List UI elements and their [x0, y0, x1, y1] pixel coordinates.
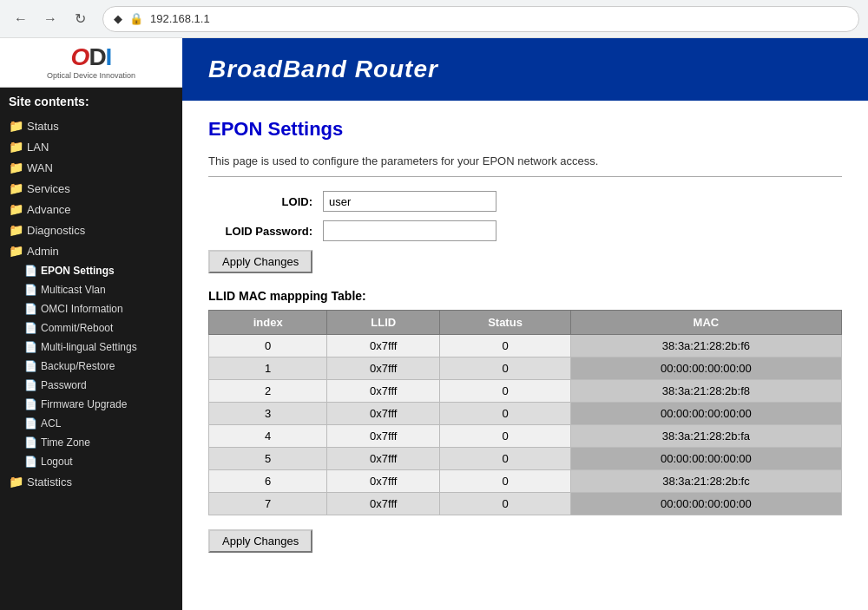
table-section-title: LLID MAC mappping Table:: [208, 289, 842, 303]
shield-icon: ◆: [114, 12, 122, 25]
sidebar-item-logout[interactable]: 📄 Logout: [0, 452, 182, 471]
sidebar-item-multicast-vlan[interactable]: 📄 Multicast Vlan: [0, 280, 182, 299]
sidebar-label-wan: WAN: [27, 161, 53, 174]
lock-icon: 🔒: [129, 12, 143, 25]
cell-llid: 0x7fff: [327, 493, 440, 515]
sidebar-item-firmware[interactable]: 📄 Firmware Upgrade: [0, 395, 182, 414]
cell-llid: 0x7fff: [327, 380, 440, 403]
sidebar-label-omci: OMCI Information: [41, 303, 123, 315]
sidebar-label-services: Services: [27, 182, 70, 195]
mac-table: index LLID Status MAC 0 0x7fff 0 38:3a:2…: [208, 310, 842, 515]
cell-index: 1: [209, 357, 327, 380]
logo-subtitle: Optical Device Innovation: [47, 71, 135, 80]
page-title: EPON Settings: [208, 118, 842, 141]
cell-mac: 38:3a:21:28:2b:f6: [570, 335, 841, 357]
cell-index: 7: [209, 493, 327, 515]
divider: [208, 176, 842, 177]
sidebar-label-cr: Commit/Reboot: [41, 322, 113, 334]
content-area: BroadBand Router EPON Settings This page…: [182, 38, 868, 610]
file-icon-cr: 📄: [24, 322, 37, 334]
address-bar[interactable]: ◆ 🔒 192.168.1.1: [102, 6, 859, 32]
col-header-status: Status: [440, 311, 571, 335]
loid-password-label: LOID Password:: [208, 225, 312, 238]
sidebar-item-password[interactable]: 📄 Password: [0, 376, 182, 395]
file-icon-omci: 📄: [24, 303, 37, 315]
cell-mac: 00:00:00:00:00:00: [570, 493, 841, 515]
loid-password-input[interactable]: [323, 220, 496, 241]
loid-input[interactable]: [323, 191, 496, 212]
sidebar-item-status[interactable]: 📁 Status: [0, 115, 182, 136]
cell-mac: 00:00:00:00:00:00: [570, 448, 841, 470]
col-header-llid: LLID: [327, 311, 440, 335]
cell-index: 2: [209, 380, 327, 403]
col-header-index: index: [209, 311, 327, 335]
page-content: EPON Settings This page is used to confi…: [182, 101, 868, 610]
sidebar-label-mv: Multicast Vlan: [41, 284, 106, 296]
sidebar-item-wan[interactable]: 📁 WAN: [0, 157, 182, 178]
loid-row: LOID:: [208, 191, 842, 212]
sidebar-item-timezone[interactable]: 📄 Time Zone: [0, 433, 182, 452]
file-icon-epon: 📄: [24, 265, 37, 277]
table-row: 6 0x7fff 0 38:3a:21:28:2b:fc: [209, 470, 842, 493]
sidebar-label-statistics: Statistics: [27, 476, 72, 489]
sidebar-item-acl[interactable]: 📄 ACL: [0, 414, 182, 433]
logo-area: ODI Optical Device Innovation: [0, 38, 182, 88]
cell-status: 0: [440, 403, 571, 425]
sidebar-item-omci[interactable]: 📄 OMCI Information: [0, 299, 182, 318]
folder-icon: 📁: [9, 119, 23, 133]
back-button[interactable]: ←: [9, 7, 33, 31]
folder-icon: 📁: [9, 202, 23, 216]
table-row: 0 0x7fff 0 38:3a:21:28:2b:f6: [209, 335, 842, 357]
file-icon-acl: 📄: [24, 417, 37, 430]
logo-d: D: [89, 43, 105, 70]
folder-icon-stats: 📁: [9, 475, 23, 489]
sidebar-item-statistics[interactable]: 📁 Statistics: [0, 471, 182, 492]
sidebar-label-admin: Admin: [27, 245, 59, 258]
table-row: 1 0x7fff 0 00:00:00:00:00:00: [209, 357, 842, 380]
sidebar-item-services[interactable]: 📁 Services: [0, 178, 182, 199]
sidebar-item-backup-restore[interactable]: 📄 Backup/Restore: [0, 357, 182, 376]
sidebar-label-ml: Multi-lingual Settings: [41, 341, 137, 353]
sidebar-label-fw: Firmware Upgrade: [41, 398, 127, 410]
loid-label: LOID:: [208, 195, 312, 208]
forward-button[interactable]: →: [38, 7, 62, 31]
url-text: 192.168.1.1: [150, 12, 210, 25]
sidebar-item-commit-reboot[interactable]: 📄 Commit/Reboot: [0, 318, 182, 338]
sidebar-label-acl: ACL: [41, 417, 61, 430]
apply-changes-button-1[interactable]: Apply Changes: [208, 250, 312, 273]
sidebar-item-diagnostics[interactable]: 📁 Diagnostics: [0, 220, 182, 240]
cell-status: 0: [440, 357, 571, 380]
browser-chrome: ← → ↻ ◆ 🔒 192.168.1.1: [0, 0, 868, 38]
file-icon-tz: 📄: [24, 436, 37, 449]
folder-icon: 📁: [9, 181, 23, 195]
sidebar-item-admin[interactable]: 📁 Admin: [0, 240, 182, 261]
apply-changes-button-2[interactable]: Apply Changes: [208, 529, 312, 553]
cell-llid: 0x7fff: [327, 335, 440, 357]
reload-button[interactable]: ↻: [68, 7, 92, 31]
file-icon-lo: 📄: [24, 456, 37, 468]
sidebar-label-br: Backup/Restore: [41, 360, 115, 372]
col-header-mac: MAC: [570, 311, 841, 335]
folder-icon: 📁: [9, 223, 23, 237]
sidebar-label-tz: Time Zone: [41, 436, 90, 449]
page-description: This page is used to configure the param…: [208, 154, 842, 167]
file-icon-br: 📄: [24, 360, 37, 372]
cell-index: 6: [209, 470, 327, 493]
sidebar-item-lan[interactable]: 📁 LAN: [0, 136, 182, 157]
header-banner: BroadBand Router: [182, 38, 868, 101]
cell-status: 0: [440, 470, 571, 493]
logo-o: O: [71, 43, 89, 70]
sidebar-item-advance[interactable]: 📁 Advance: [0, 199, 182, 220]
sidebar-item-epon-settings[interactable]: 📄 EPON Settings: [0, 261, 182, 280]
file-icon-fw: 📄: [24, 398, 37, 410]
sidebar-label-diagnostics: Diagnostics: [27, 224, 85, 237]
file-icon-mv: 📄: [24, 284, 37, 296]
table-row: 4 0x7fff 0 38:3a:21:28:2b:fa: [209, 425, 842, 448]
cell-llid: 0x7fff: [327, 357, 440, 380]
cell-index: 5: [209, 448, 327, 470]
cell-mac: 38:3a:21:28:2b:fc: [570, 470, 841, 493]
sidebar-item-multilingual[interactable]: 📄 Multi-lingual Settings: [0, 338, 182, 357]
cell-status: 0: [440, 448, 571, 470]
cell-status: 0: [440, 493, 571, 515]
header-title: BroadBand Router: [208, 56, 438, 82]
